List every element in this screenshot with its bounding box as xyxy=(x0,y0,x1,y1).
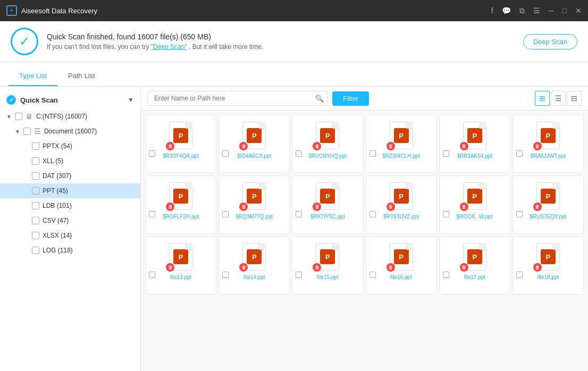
delete-badge: 🗑 xyxy=(166,142,174,150)
window-icon[interactable]: ⧉ xyxy=(519,6,525,15)
drive-icon: 🖥 xyxy=(26,112,33,121)
search-input[interactable] xyxy=(147,91,328,106)
grid-view-button[interactable]: ⊞ xyxy=(535,91,550,106)
sidebar-item-csv[interactable]: CSV (47) xyxy=(0,213,140,228)
close-button[interactable]: ✕ xyxy=(575,6,582,15)
tab-path-list[interactable]: Path List xyxy=(57,66,106,86)
ldb-checkbox[interactable] xyxy=(32,202,39,209)
file-item[interactable]: P 🗑 file18.ppt xyxy=(513,236,584,294)
ppt-icon-inner: P xyxy=(247,189,262,204)
file-icon-wrap: P 🗑 xyxy=(532,120,564,151)
file-item[interactable]: P 🗑 $IO4A6CX.ppt xyxy=(219,115,290,173)
file-checkbox[interactable] xyxy=(149,272,155,278)
view-controls: ⊞ ☰ ⊟ xyxy=(535,91,582,106)
file-item[interactable]: P 🗑 file13.ppt xyxy=(145,236,216,294)
file-item[interactable]: P 🗑 $RY63UVZ.ppt xyxy=(366,175,437,234)
file-item[interactable]: P 🗑 $RVCNYHQ.ppt xyxy=(292,115,363,173)
file-checkbox[interactable] xyxy=(369,150,376,157)
menu-icon[interactable]: ☰ xyxy=(533,6,540,15)
deep-scan-button[interactable]: Deep Scan xyxy=(523,34,577,49)
sidebar-item-log[interactable]: LOG (118) xyxy=(0,243,140,258)
sidebar-item-ldb[interactable]: LDB (101) xyxy=(0,198,140,213)
facebook-icon[interactable]: f xyxy=(491,6,493,15)
sidebar-collapse-icon[interactable]: ▼ xyxy=(128,96,134,104)
file-checkbox[interactable] xyxy=(296,272,302,278)
file-checkbox[interactable] xyxy=(149,150,155,157)
file-item[interactable]: P 🗑 file15.ppt xyxy=(292,236,363,294)
sidebar-item-xll[interactable]: XLL (5) xyxy=(0,154,140,168)
list-view-button[interactable]: ☰ xyxy=(551,91,566,106)
file-checkbox[interactable] xyxy=(443,150,449,157)
csv-checkbox[interactable] xyxy=(32,217,39,224)
sidebar-item-pptx[interactable]: PPTX (54) xyxy=(0,139,140,154)
file-item[interactable]: P 🗑 $RA5JJWT.ppt xyxy=(513,115,584,173)
dat-checkbox[interactable] xyxy=(32,172,39,180)
file-checkbox[interactable] xyxy=(516,272,523,278)
deep-scan-link[interactable]: "Deep Scan" xyxy=(151,43,187,50)
file-name: $RZW4CLH.ppt xyxy=(382,153,420,159)
file-item[interactable]: P 🗑 $RK7IYSC.ppt xyxy=(292,175,363,234)
pptx-checkbox[interactable] xyxy=(32,142,39,150)
xlsx-checkbox[interactable] xyxy=(32,232,39,239)
file-item[interactable]: P 🗑 file16.ppt xyxy=(366,236,437,294)
sidebar-section-document[interactable]: ▼ ☰ Document (16007) xyxy=(0,124,140,139)
file-item[interactable]: P 🗑 $RB3AK54.ppt xyxy=(439,115,510,173)
app-title: Aiseesoft Data Recovery xyxy=(21,7,97,15)
ppt-icon-inner: P xyxy=(394,249,409,264)
tab-type-list[interactable]: Type List xyxy=(9,66,57,86)
file-item[interactable]: P 🗑 $RQ3M77Q.ppt xyxy=(219,175,290,234)
ppt-icon-inner: P xyxy=(173,189,188,204)
delete-badge: 🗑 xyxy=(387,263,395,272)
xll-checkbox[interactable] xyxy=(32,157,39,165)
message-icon[interactable]: 💬 xyxy=(502,6,511,15)
content-toolbar: 🔍 Filter ⊞ ☰ ⊟ xyxy=(141,87,588,111)
content-area: 🔍 Filter ⊞ ☰ ⊟ P 🗑 $R33Y4QA.ppt xyxy=(141,87,588,371)
sidebar-item-dat[interactable]: DAT (307) xyxy=(0,168,140,183)
file-checkbox[interactable] xyxy=(369,211,376,217)
delete-badge: 🗑 xyxy=(533,263,542,272)
file-checkbox[interactable] xyxy=(369,272,376,278)
file-checkbox[interactable] xyxy=(149,211,155,217)
ldb-label: LDB (101) xyxy=(43,202,72,209)
file-icon-wrap: P 🗑 xyxy=(385,180,417,212)
sidebar-item-xlsx[interactable]: XLSX (14) xyxy=(0,228,140,243)
section-checkbox[interactable] xyxy=(23,128,31,135)
file-icon-wrap: P 🗑 xyxy=(165,241,197,273)
column-view-button[interactable]: ⊟ xyxy=(567,91,582,106)
file-checkbox[interactable] xyxy=(222,150,229,157)
file-item[interactable]: P 🗑 $ROFLF2H.ppt xyxy=(145,175,216,234)
file-checkbox[interactable] xyxy=(296,150,302,157)
log-checkbox[interactable] xyxy=(32,247,39,254)
dat-label: DAT (307) xyxy=(43,172,71,180)
file-item[interactable]: P 🗑 $ROO8...W.ppt xyxy=(439,175,510,234)
filter-button[interactable]: Filter xyxy=(332,91,369,106)
file-item[interactable]: P 🗑 $RUS7EQY.ppt xyxy=(513,175,584,234)
file-checkbox[interactable] xyxy=(516,211,523,217)
file-checkbox[interactable] xyxy=(222,272,229,278)
file-checkbox[interactable] xyxy=(296,211,302,217)
file-name: $RVCNYHQ.ppt xyxy=(308,153,347,159)
file-name: $RUS7EQY.ppt xyxy=(530,213,567,220)
file-item[interactable]: P 🗑 $RZW4CLH.ppt xyxy=(366,115,437,173)
file-checkbox[interactable] xyxy=(443,211,449,217)
ppt-label: PPT (45) xyxy=(43,187,68,195)
file-item[interactable]: P 🗑 file14.ppt xyxy=(219,236,290,294)
delete-badge: 🗑 xyxy=(387,203,395,211)
delete-badge: 🗑 xyxy=(460,203,468,211)
ppt-icon-inner: P xyxy=(541,189,556,204)
file-item[interactable]: P 🗑 $R33Y4QA.ppt xyxy=(145,115,216,173)
file-item[interactable]: P 🗑 file17.ppt xyxy=(439,236,510,294)
drive-checkbox[interactable] xyxy=(15,113,22,120)
file-icon-wrap: P 🗑 xyxy=(165,120,197,151)
status-icon: ✓ xyxy=(11,28,38,55)
file-checkbox[interactable] xyxy=(443,272,449,278)
sidebar-item-ppt[interactable]: PPT (45) xyxy=(0,183,140,198)
sidebar-drive-c[interactable]: ▼ 🖥 C:(NTFS) (16007) xyxy=(0,109,140,124)
file-checkbox[interactable] xyxy=(516,150,523,157)
maximize-button[interactable]: □ xyxy=(562,6,567,15)
ppt-checkbox[interactable] xyxy=(32,187,39,195)
app-icon: + xyxy=(6,5,17,16)
delete-badge: 🗑 xyxy=(533,142,542,150)
file-checkbox[interactable] xyxy=(222,211,229,217)
minimize-button[interactable]: ─ xyxy=(549,6,554,15)
